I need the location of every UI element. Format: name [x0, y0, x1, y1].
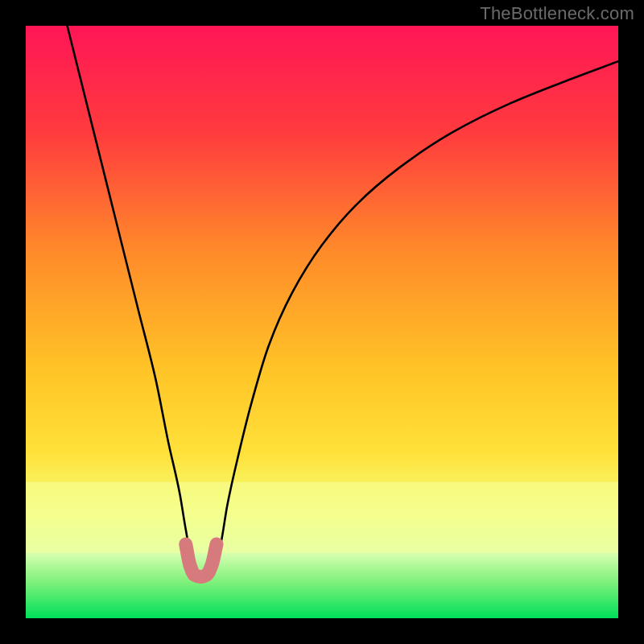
bottleneck-chart — [0, 0, 644, 644]
chart-highlight-band — [26, 482, 618, 553]
attribution-text: TheBottleneck.com — [480, 3, 634, 24]
chart-frame: TheBottleneck.com — [0, 0, 644, 644]
